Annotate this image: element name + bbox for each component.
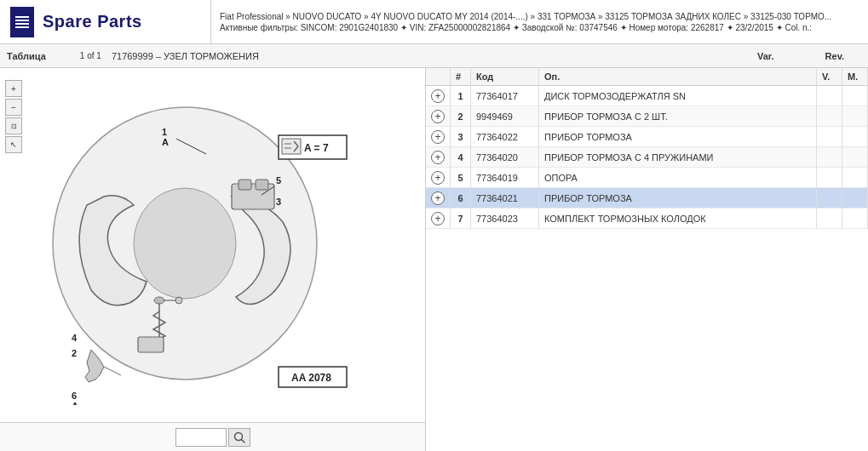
part-id: 71769999 – УЗЕЛ ТОРМОЖЕНИЯ (112, 51, 259, 61)
row-num: 6 (451, 188, 471, 208)
row-code: 77364020 (471, 147, 539, 168)
app-title: Spare Parts (43, 12, 142, 31)
row-code: 77364019 (471, 168, 539, 188)
diagram-toolbar: + − ⊡ ↖ (2, 77, 26, 157)
row-v (817, 147, 842, 168)
diagram-search-button[interactable] (228, 428, 250, 447)
add-part-icon[interactable]: + (431, 110, 445, 123)
row-num: 5 (451, 168, 471, 188)
row-action-icon[interactable]: + (426, 147, 451, 168)
var-label: Var. (757, 51, 774, 61)
col-header-m: M. (842, 68, 868, 86)
parts-table: # Код Оп. V. M. +177364017ДИСК ТОРМОЗОДЕ… (426, 68, 868, 229)
table-row[interactable]: +177364017ДИСК ТОРМОЗОДЕРЖАТЛЯ SN (426, 86, 868, 106)
sub-header: Таблица 1 of 1 71769999 – УЗЕЛ ТОРМОЖЕНИ… (0, 44, 868, 68)
row-code: 9949469 (471, 106, 539, 127)
diagram-image-area: 1 A 5 3 4 2 6 A (0, 68, 425, 422)
row-action-icon[interactable]: + (426, 208, 451, 229)
row-m (842, 188, 868, 208)
parts-tbody: +177364017ДИСК ТОРМОЗОДЕРЖАТЛЯ SN+299494… (426, 86, 868, 229)
row-action-icon[interactable]: + (426, 168, 451, 188)
svg-text:6: 6 (72, 391, 77, 401)
table-row[interactable]: +29949469ПРИБОР ТОРМОЗА С 2 ШТ. (426, 106, 868, 127)
svg-rect-3 (239, 180, 251, 190)
row-action-icon[interactable]: + (426, 86, 451, 106)
add-part-icon[interactable]: + (431, 89, 445, 103)
row-m (842, 106, 868, 127)
logo-area: Spare Parts (0, 0, 211, 43)
row-action-icon[interactable]: + (426, 188, 451, 208)
row-description: ОПОРА (539, 168, 817, 188)
svg-line-10 (104, 367, 121, 375)
fit-button[interactable]: ⊡ (5, 117, 22, 134)
row-description: ПРИБОР ТОРМОЗА (539, 127, 817, 147)
zoom-in-button[interactable]: + (5, 80, 22, 97)
svg-text:AA 2078: AA 2078 (291, 372, 331, 384)
svg-point-6 (154, 297, 164, 304)
row-description: ПРИБОР ТОРМОЗА С 4 ПРУЖИНАМИ (539, 147, 817, 168)
svg-text:A = 7: A = 7 (304, 142, 329, 154)
svg-text:A: A (162, 137, 169, 147)
table-row[interactable]: +677364021ПРИБОР ТОРМОЗА (426, 188, 868, 208)
svg-text:5: 5 (276, 175, 281, 186)
diagram-panel: + − ⊡ ↖ (0, 68, 426, 451)
svg-point-1 (134, 188, 236, 299)
row-action-icon[interactable]: + (426, 106, 451, 127)
row-description: КОМПЛЕКТ ТОРМОЗНЫХ КОЛОДОК (539, 208, 817, 229)
sub-header-right: Var. Rev. (757, 51, 861, 61)
row-num: 7 (451, 208, 471, 229)
svg-text:4: 4 (72, 333, 78, 343)
row-action-icon[interactable]: + (426, 127, 451, 147)
table-row[interactable]: +777364023КОМПЛЕКТ ТОРМОЗНЫХ КОЛОДОК (426, 208, 868, 229)
svg-text:2: 2 (72, 348, 77, 358)
row-v (817, 188, 842, 208)
row-description: ПРИБОР ТОРМОЗА С 2 ШТ. (539, 106, 817, 127)
row-code: 77364017 (471, 86, 539, 106)
row-description: ДИСК ТОРМОЗОДЕРЖАТЛЯ SN (539, 86, 817, 106)
row-m (842, 147, 868, 168)
svg-point-8 (175, 297, 182, 304)
rev-label: Rev. (825, 51, 844, 61)
add-part-icon[interactable]: + (431, 191, 445, 205)
table-header-row: # Код Оп. V. M. (426, 68, 868, 86)
add-part-icon[interactable]: + (431, 171, 445, 185)
row-v (817, 86, 842, 106)
breadcrumb-filters: Активные фильтры: SINCOM: 2901G2401830 ✦… (220, 23, 859, 32)
diagram-search-input[interactable] (175, 428, 227, 447)
header: Spare Parts Fiat Professional » NUOVO DU… (0, 0, 868, 44)
col-header-num: # (451, 68, 471, 86)
breadcrumb-path: Fiat Professional » NUOVO DUCATO » 4Y NU… (220, 12, 859, 21)
table-label: Таблица (7, 51, 46, 61)
diagram-search-bar (0, 422, 425, 451)
row-v (817, 168, 842, 188)
svg-rect-4 (256, 180, 268, 190)
svg-text:3: 3 (276, 197, 281, 207)
add-part-icon[interactable]: + (431, 151, 445, 164)
zoom-out-button[interactable]: − (5, 99, 22, 116)
row-m (842, 208, 868, 229)
cursor-button[interactable]: ↖ (5, 136, 22, 153)
col-header-desc: Оп. (539, 68, 817, 86)
add-part-icon[interactable]: + (431, 212, 445, 226)
row-description: ПРИБОР ТОРМОЗА (539, 188, 817, 208)
row-m (842, 86, 868, 106)
row-code: 77364023 (471, 208, 539, 229)
table-row[interactable]: +577364019ОПОРА (426, 168, 868, 188)
row-num: 4 (451, 147, 471, 168)
add-part-icon[interactable]: + (431, 130, 445, 144)
table-row[interactable]: +477364020ПРИБОР ТОРМОЗА С 4 ПРУЖИНАМИ (426, 147, 868, 168)
svg-line-31 (241, 439, 244, 442)
diagram-svg: 1 A 5 3 4 2 6 A (27, 86, 415, 405)
main-content: + − ⊡ ↖ (0, 68, 868, 451)
logo-icon (10, 7, 34, 37)
row-v (817, 127, 842, 147)
parts-panel: # Код Оп. V. M. +177364017ДИСК ТОРМОЗОДЕ… (426, 68, 868, 451)
page-indicator: 1 of 1 (80, 51, 101, 60)
row-num: 3 (451, 127, 471, 147)
row-code: 77364021 (471, 188, 539, 208)
breadcrumb-area: Fiat Professional » NUOVO DUCATO » 4Y NU… (211, 0, 868, 43)
col-header-code: Код (471, 68, 539, 86)
row-m (842, 127, 868, 147)
table-row[interactable]: +377364022ПРИБОР ТОРМОЗА (426, 127, 868, 147)
row-v (817, 208, 842, 229)
